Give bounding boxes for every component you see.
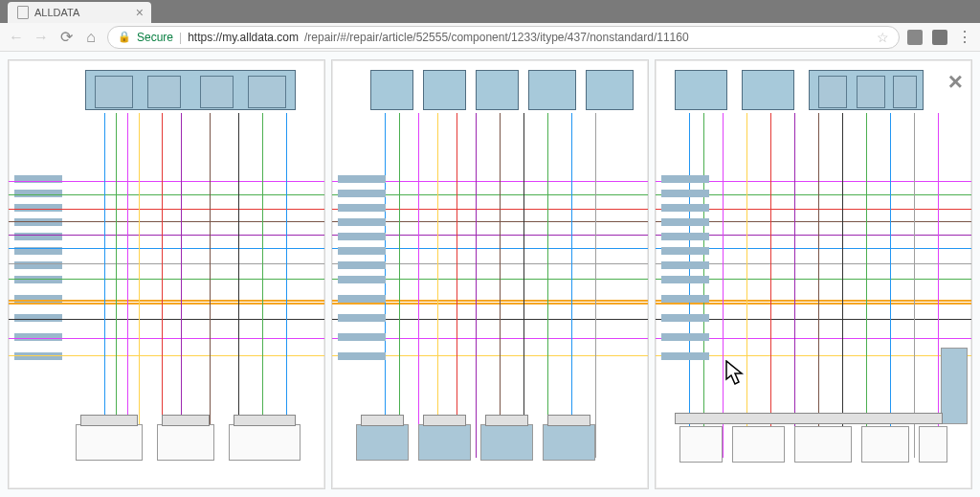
toolbar-extensions: ⋮ <box>907 28 972 46</box>
wiring-diagram-2 <box>332 60 648 488</box>
reload-button[interactable]: ⟳ <box>57 28 75 46</box>
forward-button[interactable]: → <box>33 29 50 46</box>
lock-icon: 🔒 <box>118 31 131 43</box>
home-button[interactable]: ⌂ <box>82 29 100 46</box>
close-icon[interactable]: × <box>948 69 963 94</box>
schematic-panel-2[interactable] <box>331 59 649 489</box>
schematic-panel-3[interactable] <box>655 59 972 489</box>
browser-tab-bar: ALLDATA × <box>0 0 980 23</box>
url-separator: | <box>179 31 182 44</box>
kebab-menu-icon[interactable]: ⋮ <box>957 28 972 46</box>
page-icon <box>17 6 29 19</box>
extension-icon-1[interactable] <box>907 30 923 45</box>
browser-toolbar: ← → ⟳ ⌂ 🔒 Secure | https://my.alldata.co… <box>0 23 980 52</box>
url-path: /repair/#/repair/article/52555/component… <box>304 31 689 44</box>
bookmark-icon[interactable]: ☆ <box>877 30 889 45</box>
back-button[interactable]: ← <box>8 29 25 46</box>
document-viewer: × <box>0 52 980 497</box>
browser-tab[interactable]: ALLDATA × <box>8 2 151 23</box>
tab-title: ALLDATA <box>34 7 79 18</box>
secure-label: Secure <box>137 31 173 44</box>
schematic-panel-1[interactable] <box>8 59 325 489</box>
extension-icon-2[interactable] <box>932 30 947 45</box>
tab-close-icon[interactable]: × <box>136 5 144 20</box>
url-host: https://my.alldata.com <box>188 31 299 44</box>
wiring-diagram-3 <box>656 60 971 488</box>
wiring-diagram-1 <box>9 60 324 488</box>
address-bar[interactable]: 🔒 Secure | https://my.alldata.com/repair… <box>107 26 900 49</box>
